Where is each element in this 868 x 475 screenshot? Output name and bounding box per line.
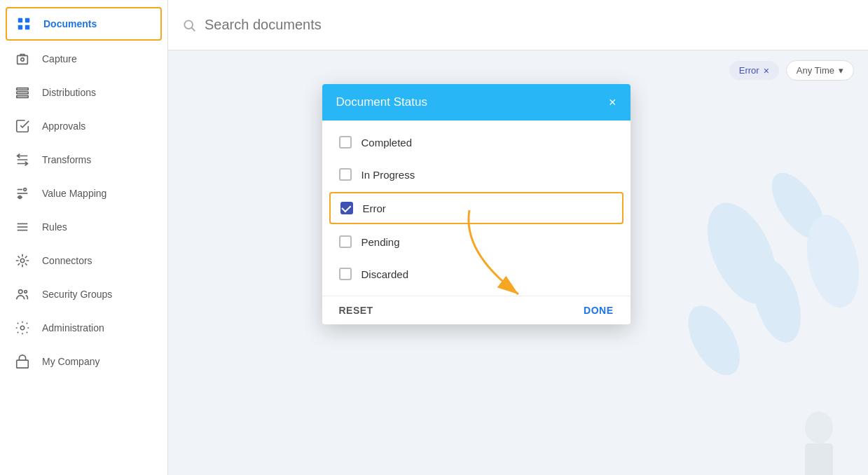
svg-point-12 [24, 188, 27, 191]
sidebar-item-connectors[interactable]: Connectors [0, 244, 167, 277]
sidebar-item-administration[interactable]: Administration [0, 311, 167, 345]
svg-rect-0 [18, 18, 22, 22]
svg-point-17 [20, 259, 25, 263]
value-mapping-icon [14, 185, 31, 202]
checkbox-error[interactable] [340, 202, 353, 214]
dialog-overlay: Document Status × Completed In Progress [168, 0, 868, 475]
checkbox-row-in-progress[interactable]: In Progress [322, 158, 631, 191]
security-groups-icon [14, 286, 31, 303]
svg-point-18 [19, 290, 23, 294]
sidebar-item-value-mapping[interactable]: Value Mapping [0, 177, 167, 210]
sidebar-item-label-administration: Administration [42, 322, 104, 333]
sidebar-item-label-transforms: Transforms [42, 154, 91, 165]
reset-button[interactable]: RESET [339, 305, 373, 316]
main-content: Error × Any Time ▾ [168, 0, 868, 475]
my-company-icon [14, 353, 31, 370]
document-status-dialog: Document Status × Completed In Progress [322, 84, 631, 324]
checkbox-row-error[interactable]: Error [329, 192, 624, 224]
svg-rect-21 [17, 360, 29, 368]
capture-icon [14, 50, 31, 67]
svg-rect-8 [17, 96, 29, 98]
sidebar-item-my-company[interactable]: My Company [0, 345, 167, 378]
checkbox-pending[interactable] [339, 235, 352, 248]
dialog-title: Document Status [336, 95, 427, 109]
connectors-icon [14, 252, 31, 269]
checkbox-completed[interactable] [339, 136, 352, 149]
dialog-body: Completed In Progress Error Pending [322, 121, 631, 296]
checkbox-in-progress[interactable] [339, 168, 352, 181]
svg-rect-3 [25, 25, 29, 29]
distributions-icon [14, 84, 31, 101]
checkbox-row-completed[interactable]: Completed [322, 126, 631, 158]
checkbox-discarded[interactable] [339, 268, 352, 280]
sidebar-item-rules[interactable]: Rules [0, 210, 167, 244]
dialog-footer: RESET DONE [322, 296, 631, 324]
checkbox-label-completed: Completed [361, 137, 413, 149]
dialog-close-button[interactable]: × [609, 96, 616, 109]
svg-rect-4 [18, 55, 28, 64]
sidebar-item-capture[interactable]: Capture [0, 42, 167, 76]
sidebar-item-label-value-mapping: Value Mapping [42, 188, 106, 199]
sidebar-item-label-distributions: Distributions [42, 87, 96, 98]
sidebar-item-security-groups[interactable]: Security Groups [0, 277, 167, 311]
svg-point-5 [21, 58, 25, 62]
done-button[interactable]: DONE [584, 305, 613, 316]
transforms-icon [14, 151, 31, 168]
svg-rect-1 [25, 18, 29, 22]
documents-icon [15, 15, 32, 32]
checkbox-row-pending[interactable]: Pending [322, 226, 631, 258]
checkbox-label-error: Error [363, 202, 386, 214]
sidebar-item-label-connectors: Connectors [42, 255, 92, 266]
checkbox-row-discarded[interactable]: Discarded [322, 258, 631, 290]
sidebar-item-label-approvals: Approvals [42, 121, 85, 132]
administration-icon [14, 319, 31, 336]
sidebar: Documents Capture Distributions [0, 0, 168, 475]
svg-rect-2 [18, 25, 22, 29]
checkbox-label-in-progress: In Progress [361, 169, 415, 181]
sidebar-item-label-rules: Rules [42, 221, 67, 233]
approvals-icon [14, 118, 31, 135]
sidebar-item-label-capture: Capture [42, 53, 77, 64]
sidebar-item-label-security-groups: Security Groups [42, 289, 112, 300]
sidebar-item-approvals[interactable]: Approvals [0, 109, 167, 143]
svg-rect-6 [17, 88, 29, 90]
checkbox-label-pending: Pending [361, 236, 400, 248]
rules-icon [14, 219, 31, 235]
svg-point-20 [20, 326, 25, 330]
sidebar-item-label-my-company: My Company [42, 356, 99, 367]
sidebar-item-label-documents: Documents [43, 18, 97, 29]
dialog-header: Document Status × [322, 84, 631, 121]
svg-point-19 [25, 291, 27, 294]
sidebar-item-transforms[interactable]: Transforms [0, 143, 167, 177]
sidebar-item-documents[interactable]: Documents [6, 7, 162, 41]
sidebar-item-distributions[interactable]: Distributions [0, 76, 167, 109]
svg-rect-7 [17, 92, 29, 94]
checkbox-label-discarded: Discarded [361, 268, 409, 280]
